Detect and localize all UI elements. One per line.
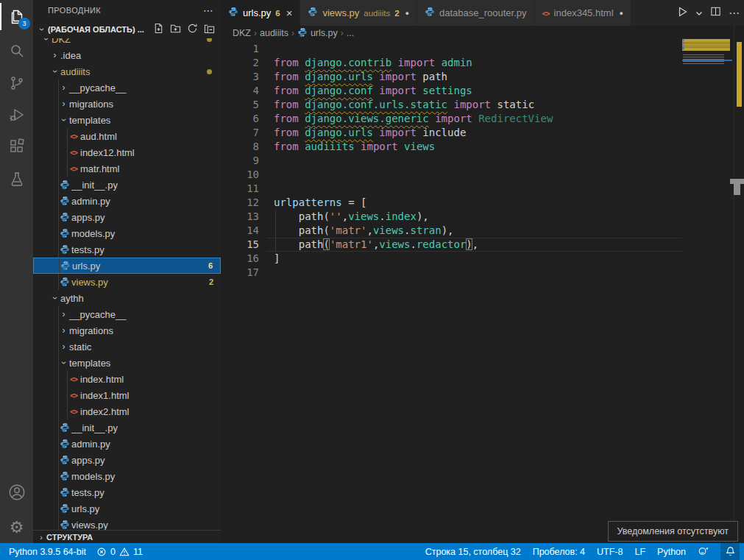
eol-setting[interactable]: LF	[634, 547, 645, 557]
encoding-setting[interactable]: UTF-8	[597, 547, 623, 557]
code-token: from	[274, 71, 299, 82]
tree-file-admin.py[interactable]: admin.py	[33, 193, 221, 209]
breadcrumb-item[interactable]: urls.py	[297, 27, 338, 40]
refresh-icon[interactable]	[187, 23, 198, 37]
code-token: ),	[417, 210, 429, 222]
cursor-position[interactable]: Строка 15, столбец 32	[425, 547, 521, 557]
code-token	[355, 141, 361, 152]
tree-file-apps.py[interactable]: apps.py	[33, 209, 221, 225]
code-token: import	[398, 57, 436, 68]
account-icon[interactable]	[0, 475, 33, 508]
notifications-bell[interactable]	[720, 543, 740, 560]
run-and-debug-icon[interactable]	[0, 98, 33, 131]
run-button[interactable]	[676, 6, 688, 21]
editor-region: urls.py6×views.pyaudiiits2●database_roou…	[221, 0, 744, 543]
chevron-right-icon: ›	[58, 309, 69, 319]
html-file-icon: <>	[67, 132, 80, 141]
indentation-setting[interactable]: Пробелов: 4	[533, 547, 585, 557]
tree-folder-__pycache__[interactable]: ›__pycache__	[33, 79, 221, 96]
indent-guide	[58, 419, 59, 436]
settings-icon[interactable]: ⚙	[0, 511, 33, 544]
chevron-right-icon: ›	[58, 341, 69, 352]
more-actions-icon[interactable]: ⋯	[729, 7, 740, 20]
html-file-icon: <>	[542, 7, 550, 18]
tree-folder-migrations[interactable]: ›migrations	[33, 322, 221, 339]
chevron-down-icon: ›	[50, 293, 60, 304]
tree-file-urls.py[interactable]: urls.py	[33, 500, 221, 517]
tree-file-tests.py[interactable]: tests.py	[33, 241, 221, 258]
code-line-2: 2from django.contrib import admin	[221, 56, 682, 70]
breadcrumb-item[interactable]: DKZ	[233, 28, 251, 38]
tree-folder-audiiits[interactable]: ›audiiits	[33, 63, 221, 79]
code-line-content: path('matr',views.stran),	[259, 224, 682, 238]
tree-file-apps.py[interactable]: apps.py	[33, 452, 221, 468]
breadcrumb-item[interactable]: audiiits	[260, 28, 288, 38]
collapse-all-icon[interactable]	[204, 23, 215, 37]
breadcrumb-item[interactable]: ...	[347, 28, 354, 38]
tree-item-label: .idea	[60, 50, 221, 61]
tree-file-aud.html[interactable]: <>aud.html	[33, 128, 221, 144]
code-line-12: 12urlpatterns = [	[221, 196, 682, 210]
tree-file-index.html[interactable]: <>index.html	[33, 371, 221, 387]
tree-file-views.py[interactable]: views.py2	[33, 274, 221, 290]
feedback-icon[interactable]	[698, 546, 709, 557]
breadcrumb: DKZ›audiiits›urls.py›...	[221, 26, 744, 40]
editor-scrollbar[interactable]	[734, 26, 744, 543]
tree-folder-migrations[interactable]: ›migrations	[33, 96, 221, 112]
scrollbar-handle-stem[interactable]	[734, 184, 740, 195]
tree-file-__init__.py[interactable]: __init__.py	[33, 419, 221, 436]
tree-folder-__pycache__[interactable]: ›__pycache__	[33, 306, 221, 322]
minimap[interactable]	[682, 35, 734, 543]
scrollbar-handle-top[interactable]	[730, 179, 744, 184]
code-token	[398, 141, 404, 152]
tree-file-matr.html[interactable]: <>matr.html	[33, 160, 221, 177]
python-interpreter[interactable]: Python 3.9.5 64-bit	[9, 547, 86, 557]
indent-guide	[58, 160, 59, 177]
search-icon[interactable]	[0, 34, 33, 67]
tree-file-admin.py[interactable]: admin.py	[33, 436, 221, 452]
tree-folder-templates[interactable]: ›templates	[33, 112, 221, 128]
tab-index345.html[interactable]: <>index345.html●	[535, 0, 631, 26]
code-token	[299, 127, 305, 138]
split-editor-button[interactable]	[710, 6, 721, 20]
new-folder-icon[interactable]	[170, 23, 181, 37]
extensions-icon[interactable]	[0, 130, 33, 163]
code-token: ]	[274, 252, 280, 264]
source-control-icon[interactable]	[0, 66, 33, 99]
tree-folder-templates[interactable]: ›templates	[33, 355, 221, 371]
tab-views.py[interactable]: views.pyaudiiits2●	[300, 0, 417, 26]
tree-file-index2.html[interactable]: <>index2.html	[33, 403, 221, 419]
tab-database_roouter.py[interactable]: database_roouter.py	[417, 0, 535, 26]
code-token: audiiits	[305, 141, 354, 152]
tree-file-models.py[interactable]: models.py	[33, 225, 221, 241]
close-icon[interactable]: ×	[286, 7, 293, 19]
language-mode[interactable]: Python	[657, 547, 686, 557]
new-file-icon[interactable]	[153, 23, 164, 37]
tree-folder-.idea[interactable]: ›.idea	[33, 47, 221, 63]
tree-file-index1.html[interactable]: <>index1.html	[33, 387, 221, 403]
tree-file-index12.html[interactable]: <>index12.html	[33, 144, 221, 160]
notification-toast: Уведомления отсутствуют	[608, 521, 738, 542]
explorer-more-icon[interactable]: ⋯	[203, 4, 213, 16]
code-editor[interactable]: 12from django.contrib import admin3from …	[221, 40, 682, 543]
run-dropdown-chevron-icon[interactable]	[695, 7, 703, 20]
tree-file-tests.py[interactable]: tests.py	[33, 484, 221, 500]
code-token	[392, 57, 397, 68]
indent-guide	[275, 210, 276, 224]
tree-file-__init__.py[interactable]: __init__.py	[33, 177, 221, 193]
tree-folder-static[interactable]: ›static	[33, 339, 221, 355]
tree-item-label: aythh	[60, 293, 221, 304]
workspace-section-header[interactable]: › (РАБОЧАЯ ОБЛАСТЬ) ...	[33, 21, 221, 38]
tree-file-urls.py[interactable]: urls.py6	[33, 258, 221, 274]
code-token: static	[497, 99, 534, 110]
tab-urls.py[interactable]: urls.py6×	[221, 0, 300, 26]
outline-section-header[interactable]: › СТРУКТУРА	[33, 530, 221, 543]
testing-icon[interactable]	[0, 163, 33, 196]
explorer-icon[interactable]: 3	[0, 0, 33, 33]
code-line-content: from django.contrib import admin	[259, 56, 682, 70]
code-token: from	[274, 127, 299, 138]
problems-indicator[interactable]: 0 11	[96, 547, 143, 557]
indent-guide	[58, 371, 59, 387]
tree-file-models.py[interactable]: models.py	[33, 468, 221, 484]
tree-folder-aythh[interactable]: ›aythh	[33, 290, 221, 306]
